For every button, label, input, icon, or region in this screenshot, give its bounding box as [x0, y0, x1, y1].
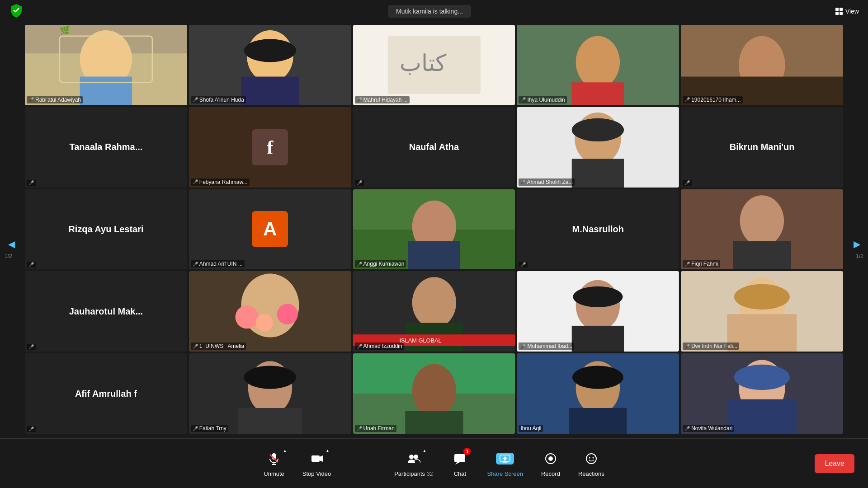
svg-rect-58: [569, 408, 627, 434]
participant-cell: 🎤 1_UINWS_ Amelia: [189, 271, 351, 352]
svg-point-81: [589, 457, 590, 459]
chat-button[interactable]: 1 Chat: [442, 446, 478, 481]
chat-badge: 1: [463, 448, 471, 455]
nav-next-button[interactable]: ▶: [848, 230, 866, 258]
svg-point-54: [412, 364, 456, 418]
participant-cell: Jauharotul Mak... 🎤: [25, 271, 187, 352]
svg-text:كتاب: كتاب: [399, 50, 446, 76]
svg-rect-29: [733, 241, 791, 269]
svg-point-51: [244, 366, 296, 389]
security-badge: [9, 3, 24, 19]
participant-name: 🎤 Fiqri Fahmi: [683, 260, 720, 267]
participant-cell: f 🎤 Febyana Rahmaw...: [189, 107, 351, 188]
participant-cell: 🎤 Novita Wulandari: [681, 353, 843, 434]
participant-cell: 🎤 Anggi Kurniawan: [353, 189, 515, 270]
participant-name-display: Rizqa Ayu Lestari: [64, 220, 148, 239]
svg-point-70: [409, 455, 414, 459]
reactions-label: Reactions: [578, 470, 604, 477]
svg-point-28: [740, 195, 784, 246]
svg-rect-15: [572, 82, 624, 105]
svg-rect-68: [311, 455, 320, 462]
svg-rect-21: [572, 159, 624, 187]
svg-point-59: [572, 366, 623, 389]
svg-rect-72: [454, 454, 465, 462]
participant-name-display: Naufal Atha: [405, 137, 463, 157]
reactions-button[interactable]: + Reactions: [569, 446, 613, 481]
view-button[interactable]: View: [835, 8, 859, 15]
participant-cell: 🎤 Muhammad Ibad...: [517, 271, 679, 352]
participant-cell: 🎤 1902016170 Ilham...: [681, 25, 843, 105]
participant-cell: M.Nasrulloh 🎤: [517, 189, 679, 270]
camera-icon: ▲: [308, 450, 326, 468]
stop-video-label: Stop Video: [302, 470, 331, 477]
participant-name: 🎤 Ahmad Izzuddin: [355, 343, 404, 350]
share-screen-label: Share Screen: [487, 470, 523, 477]
participant-name: 🎤 Anggi Kurniawan: [355, 260, 406, 267]
svg-point-32: [235, 305, 258, 328]
share-screen-button[interactable]: Share Screen: [478, 446, 532, 481]
leave-button[interactable]: Leave: [815, 454, 854, 473]
record-icon: [542, 450, 560, 468]
record-label: Record: [541, 470, 560, 477]
participant-cell: A 🎤 Ahmad Arif UIN ...: [189, 189, 351, 270]
participant-name: 🎤: [683, 180, 692, 186]
bottom-toolbar: ▲ Unmute ▲ Stop Video ▲ Participant: [0, 438, 868, 488]
svg-point-33: [277, 304, 298, 325]
svg-rect-42: [572, 326, 624, 352]
unmute-caret[interactable]: ▲: [283, 449, 287, 453]
participants-icon: ▲: [405, 450, 423, 468]
participant-name-display: Bikrun Mani'un: [725, 137, 799, 157]
svg-rect-3: [80, 77, 132, 105]
svg-point-47: [734, 284, 790, 310]
participant-name-display: Jauharotul Mak...: [65, 302, 147, 321]
record-button[interactable]: Record: [532, 446, 569, 481]
participant-cell: Afif Amrullah f 🎤: [25, 353, 187, 434]
svg-point-63: [734, 365, 790, 390]
chat-label: Chat: [454, 470, 466, 477]
participant-name: 🎤: [27, 180, 36, 186]
participant-name: 🎤: [27, 426, 36, 432]
svg-text:🌿: 🌿: [60, 25, 70, 35]
svg-rect-62: [727, 399, 797, 434]
participant-name: 🎤 Unah Firman: [355, 425, 396, 432]
nav-prev-button[interactable]: ◀: [2, 230, 20, 258]
svg-rect-8: [241, 77, 299, 105]
svg-marker-69: [320, 455, 323, 462]
participant-avatar: A: [252, 211, 288, 247]
chat-icon: 1: [451, 450, 469, 468]
participant-name: 🎤 Novita Wulandari: [683, 425, 734, 432]
video-grid: 🌿 🎤 Rabi'atul Adawiyah 🎤 Shofa A'inun Hu…: [25, 25, 843, 434]
participant-cell: 🌿 🎤 Rabi'atul Adawiyah: [25, 25, 187, 105]
participant-avatar: f: [252, 129, 288, 165]
participant-name-display: Afif Amrullah f: [71, 384, 142, 404]
participant-name: 🎤: [355, 180, 364, 186]
participant-name-display: Tanaala Rahma...: [65, 137, 147, 157]
participant-cell: Bikrun Mani'un 🎤: [681, 107, 843, 188]
participant-name: 🎤 1_UINWS_ Amelia: [191, 343, 246, 350]
svg-marker-77: [503, 456, 507, 460]
participant-name: 🎤 Shofa A'inun Huda: [191, 96, 246, 103]
unmute-button[interactable]: ▲ Unmute: [255, 446, 293, 481]
participants-button[interactable]: ▲ Participants 32: [385, 446, 442, 481]
share-screen-icon: [496, 450, 514, 468]
participant-name: 🎤 Dwi Indri Nur Fali...: [683, 343, 739, 350]
participant-cell: 🎤 Unah Firman: [353, 353, 515, 434]
participant-name: 🎤 Ihya Ulumuddin: [519, 96, 566, 103]
svg-rect-26: [408, 241, 460, 269]
participant-name: 🎤 Fatiah Trny: [191, 425, 228, 432]
participant-cell: Ibnu Aqil: [517, 353, 679, 434]
participants-caret[interactable]: ▲: [423, 449, 426, 453]
svg-text:ISLAM GLOBAL: ISLAM GLOBAL: [399, 337, 441, 344]
top-bar: Mutik kamila is talking... View: [0, 0, 868, 23]
svg-rect-55: [405, 411, 463, 434]
svg-marker-73: [455, 462, 460, 465]
talking-indicator: Mutik kamila is talking...: [388, 5, 471, 18]
stop-video-caret[interactable]: ▲: [326, 449, 330, 453]
participant-name: 🎤 Muhammad Ibad...: [519, 343, 574, 350]
participant-cell: 🎤 Shofa A'inun Huda: [189, 25, 351, 105]
participant-cell: 🎤 Dwi Indri Nur Fali...: [681, 271, 843, 352]
participant-name: 🎤: [27, 262, 36, 267]
participants-count: 32: [427, 471, 433, 477]
participant-cell: Tanaala Rahma... 🎤: [25, 107, 187, 188]
stop-video-button[interactable]: ▲ Stop Video: [293, 446, 340, 481]
